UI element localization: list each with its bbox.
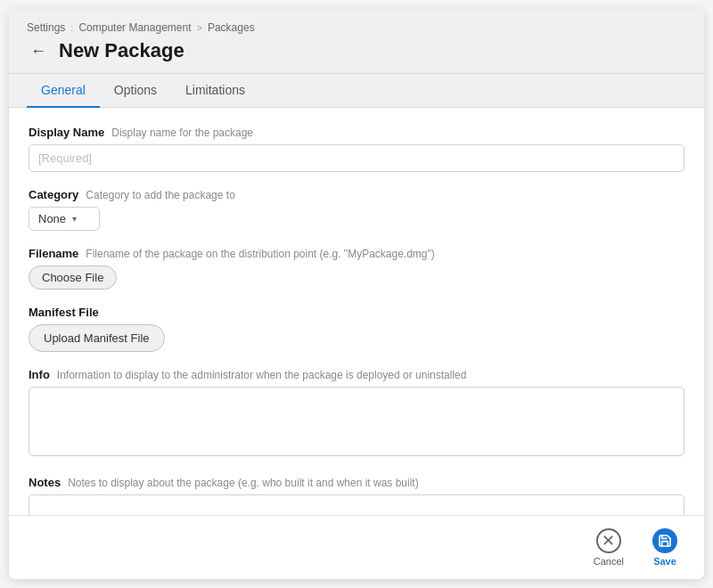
notes-label: Notes [29,476,61,489]
content-area: Display Name Display name for the packag… [9,108,704,515]
info-textarea[interactable] [29,387,684,456]
breadcrumb-sep1: : [70,22,73,33]
choose-file-button[interactable]: Choose File [29,265,117,290]
manifest-label-row: Manifest File [29,306,684,319]
breadcrumb-settings: Settings [27,21,65,34]
filename-label-row: Filename Filename of the package on the … [29,247,684,260]
tab-limitations[interactable]: Limitations [171,74,259,108]
main-window: Settings : Computer Management > Package… [9,9,704,579]
filename-hint: Filename of the package on the distribut… [86,248,434,260]
display-name-field-group: Display Name Display name for the packag… [29,126,684,172]
filename-label: Filename [29,247,78,260]
save-label: Save [653,556,676,567]
breadcrumb-computer-management: Computer Management [78,21,191,34]
category-label-row: Category Category to add the package to [29,188,684,201]
upload-manifest-button[interactable]: Upload Manifest File [29,324,165,352]
category-field-group: Category Category to add the package to … [29,188,684,231]
notes-hint: Notes to display about the package (e.g.… [68,477,419,489]
display-name-hint: Display name for the package [111,127,253,139]
manifest-label: Manifest File [29,306,99,319]
category-label: Category [29,188,78,201]
page-title: New Package [59,39,184,62]
page-title-row: ← New Package [27,39,686,62]
cancel-icon: ✕ [596,528,621,553]
tab-general[interactable]: General [27,74,100,108]
breadcrumb: Settings : Computer Management > Package… [27,21,686,34]
cancel-label: Cancel [594,556,624,567]
cancel-button[interactable]: ✕ Cancel [586,525,631,570]
info-label: Info [29,368,50,381]
notes-textarea[interactable] [29,494,684,515]
display-name-input[interactable] [29,144,684,172]
category-select[interactable]: None [38,212,67,225]
breadcrumb-packages: Packages [208,21,255,34]
tabs-bar: General Options Limitations [9,74,704,108]
notes-label-row: Notes Notes to display about the package… [29,476,684,489]
chevron-down-icon: ▾ [72,214,77,224]
notes-field-group: Notes Notes to display about the package… [29,476,684,515]
breadcrumb-sep2: > [197,22,202,33]
footer: ✕ Cancel Save [9,515,704,579]
header: Settings : Computer Management > Package… [9,9,704,74]
back-button[interactable]: ← [27,39,50,62]
display-name-label-row: Display Name Display name for the packag… [29,126,684,139]
category-hint: Category to add the package to [86,189,234,201]
manifest-file-field-group: Manifest File Upload Manifest File [29,306,684,352]
info-field-group: Info Information to display to the admin… [29,368,684,460]
save-icon [652,528,677,553]
category-select-wrapper[interactable]: None ▾ [29,207,100,231]
filename-field-group: Filename Filename of the package on the … [29,247,684,290]
info-hint: Information to display to the administra… [57,369,467,381]
display-name-label: Display Name [29,126,104,139]
tab-options[interactable]: Options [100,74,171,108]
info-label-row: Info Information to display to the admin… [29,368,684,381]
save-button[interactable]: Save [645,525,684,570]
